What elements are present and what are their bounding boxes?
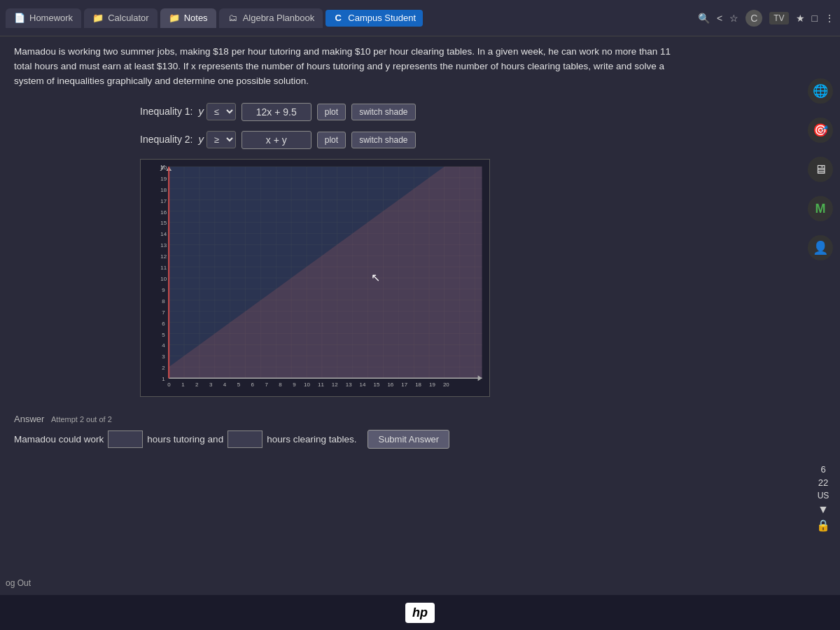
svg-text:↖: ↖ [371, 272, 380, 284]
screen-icon[interactable]: 🖥 [808, 157, 833, 182]
svg-text:9: 9 [162, 287, 165, 293]
svg-text:18: 18 [415, 382, 421, 388]
inequality1-var: y [198, 105, 204, 117]
graph-svg[interactable]: y 20 19 18 17 16 15 14 13 12 11 10 9 8 7… [140, 159, 490, 397]
attempt-text: Attempt 2 out of 2 [51, 415, 112, 424]
bookmark-icon[interactable]: ★ [796, 13, 805, 24]
svg-text:5: 5 [162, 331, 165, 337]
graph-container: y 20 19 18 17 16 15 14 13 12 11 10 9 8 7… [140, 159, 504, 400]
target-icon[interactable]: 🎯 [808, 118, 833, 143]
inequality1-label: Inequality 1: y ≤ ≥ = [140, 103, 236, 120]
inequality2-var: y [198, 133, 204, 145]
svg-text:17: 17 [160, 197, 167, 204]
svg-text:9: 9 [293, 382, 296, 388]
svg-text:11: 11 [160, 265, 167, 271]
answer-title: Answer [14, 414, 44, 424]
tv-icon[interactable]: TV [769, 12, 788, 24]
tab-homework[interactable]: 📄 Homework [6, 8, 81, 28]
inequality2-switch-button[interactable]: switch shade [351, 132, 415, 148]
main-area: Mamadou is working two summer jobs, maki… [0, 36, 840, 630]
bottom-bar: hp [0, 595, 840, 630]
svg-text:7: 7 [265, 382, 268, 388]
answer-suffix: hours clearing tables. [267, 434, 356, 444]
inequality2-label: Inequality 2: y ≥ ≤ = [140, 131, 236, 148]
planbook-icon: 🗂 [227, 13, 239, 24]
answer-label: Answer Attempt 2 out of 2 [14, 414, 826, 424]
svg-text:16: 16 [387, 382, 393, 388]
svg-text:10: 10 [304, 382, 310, 388]
back-icon[interactable]: < [717, 13, 722, 24]
inequality1-row: Inequality 1: y ≤ ≥ = 12x + 9.5 plot swi… [140, 103, 826, 121]
svg-text:15: 15 [374, 382, 380, 388]
homework-icon: 📄 [14, 13, 25, 24]
svg-text:19: 19 [160, 176, 167, 182]
tab-notes[interactable]: 📁 Notes [160, 8, 216, 28]
svg-text:17: 17 [401, 382, 407, 388]
svg-text:13: 13 [346, 382, 352, 388]
arrow-icon: ▼ [818, 503, 829, 516]
problem-statement: Mamadou is working two summer jobs, maki… [14, 46, 671, 86]
inequality2-plot-button[interactable]: plot [317, 132, 346, 148]
svg-text:2: 2 [195, 382, 199, 388]
refresh-icon[interactable]: C [746, 10, 762, 27]
tab-calculator[interactable]: 📁 Calculator [84, 8, 158, 28]
tab-campus-student[interactable]: C Campus Student [326, 10, 423, 27]
svg-text:8: 8 [162, 298, 165, 304]
svg-text:16: 16 [160, 209, 167, 215]
inequality1-expression: 12x + 9.5 [241, 103, 312, 121]
svg-text:5: 5 [237, 382, 241, 388]
svg-text:15: 15 [160, 220, 167, 226]
tab-algebra-planbook[interactable]: 🗂 Algebra Planbook [219, 8, 323, 28]
svg-text:2: 2 [162, 365, 165, 371]
answer-row: Mamadou could work hours tutoring and ho… [14, 430, 826, 449]
svg-text:0: 0 [167, 382, 171, 388]
svg-text:13: 13 [160, 242, 167, 248]
tab-notes-label: Notes [184, 13, 208, 23]
svg-text:19: 19 [429, 382, 435, 388]
svg-text:11: 11 [318, 382, 324, 388]
svg-text:12: 12 [332, 382, 338, 388]
problem-text: Mamadou is working two summer jobs, maki… [14, 45, 686, 89]
svg-text:7: 7 [162, 309, 165, 315]
inequality2-sign-select[interactable]: ≥ ≤ = [206, 131, 236, 148]
mail-icon[interactable]: M [808, 196, 833, 221]
notes-icon: 📁 [169, 13, 180, 24]
badge-6: 6 [820, 464, 825, 475]
svg-text:6: 6 [251, 382, 255, 388]
svg-text:4: 4 [162, 342, 165, 349]
inequality1-switch-button[interactable]: switch shade [351, 104, 415, 120]
svg-text:3: 3 [209, 382, 213, 388]
more-icon[interactable]: ⋮ [825, 13, 834, 24]
inequality2-row: Inequality 2: y ≥ ≤ = x + y plot switch … [140, 131, 826, 149]
tab-calculator-label: Calculator [108, 13, 149, 23]
search-icon[interactable]: 🔍 [698, 13, 710, 24]
svg-text:3: 3 [162, 354, 165, 360]
tab-campus-label: Campus Student [348, 13, 416, 23]
star-icon[interactable]: ☆ [729, 13, 738, 24]
lock-icon: 🔒 [816, 519, 830, 532]
svg-text:12: 12 [160, 253, 167, 260]
svg-text:18: 18 [160, 186, 167, 192]
answer-section: Answer Attempt 2 out of 2 Mamadou could … [14, 414, 826, 449]
svg-text:1: 1 [181, 382, 185, 388]
inequality1-plot-button[interactable]: plot [317, 104, 346, 120]
svg-text:20: 20 [160, 164, 167, 171]
badge-22: 22 [818, 477, 828, 488]
inequality1-sign-select[interactable]: ≤ ≥ = [206, 103, 236, 120]
chrome-icon[interactable]: 🌐 [808, 78, 833, 104]
side-badge: 6 22 US ▼ 🔒 [816, 464, 830, 532]
hp-logo: hp [405, 603, 435, 623]
answer-prefix: Mamadou could work [14, 434, 104, 444]
user-icon[interactable]: 👤 [808, 235, 833, 260]
window-icon[interactable]: □ [812, 13, 818, 24]
tab-homework-label: Homework [29, 13, 73, 23]
submit-answer-button[interactable]: Submit Answer [368, 430, 449, 449]
svg-text:14: 14 [360, 382, 366, 388]
side-icons: 🌐 🎯 🖥 M 👤 [808, 78, 833, 260]
svg-text:20: 20 [443, 382, 449, 388]
tab-planbook-label: Algebra Planbook [243, 13, 315, 23]
answer-input-tutoring[interactable] [108, 430, 143, 448]
log-out-text[interactable]: og Out [6, 578, 31, 588]
answer-input-clearing[interactable] [227, 430, 262, 448]
campus-icon: C [332, 13, 344, 24]
